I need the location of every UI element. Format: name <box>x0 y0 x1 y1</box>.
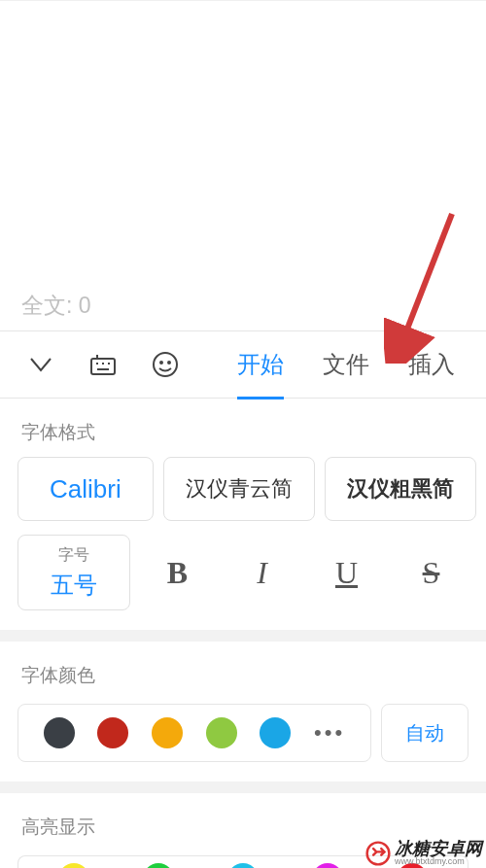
font-option-hanyi-cuhei[interactable]: 汉仪粗黑简 <box>325 457 476 521</box>
document-canvas[interactable]: 全文: 0 <box>0 0 486 330</box>
font-size-label: 字号 <box>58 545 89 566</box>
more-colors-button[interactable]: ••• <box>314 720 345 746</box>
watermark-domain: www.btxtdmy.com <box>395 857 482 866</box>
highlight-swatch-green[interactable] <box>143 863 174 868</box>
auto-color-button[interactable]: 自动 <box>381 704 469 762</box>
section-divider <box>0 630 486 642</box>
color-swatch-dark[interactable] <box>44 717 75 748</box>
font-size-value: 五号 <box>51 570 97 601</box>
font-color-swatches: ••• <box>17 704 371 762</box>
font-color-panel: 字体颜色 ••• 自动 <box>0 642 486 781</box>
highlight-swatch-yellow[interactable] <box>58 863 89 868</box>
svg-point-8 <box>168 362 170 364</box>
tab-file[interactable]: 文件 <box>323 330 369 399</box>
word-count-status: 全文: 0 <box>21 291 91 321</box>
tab-home[interactable]: 开始 <box>237 330 284 399</box>
svg-rect-0 <box>91 359 115 374</box>
font-format-panel: 字体格式 Calibri 汉仪青云简 汉仪粗黑简 ••• 字号 五号 B I U… <box>0 399 486 630</box>
face-icon[interactable] <box>148 347 183 382</box>
section-label-font-color: 字体颜色 <box>0 642 486 700</box>
main-toolbar: 开始 文件 插入 <box>0 330 486 399</box>
font-option-calibri[interactable]: Calibri <box>17 457 154 521</box>
color-swatch-orange[interactable] <box>152 717 183 748</box>
keyboard-icon[interactable] <box>86 347 121 382</box>
section-label-font-format: 字体格式 <box>0 399 486 457</box>
watermark-icon <box>365 841 391 866</box>
svg-point-7 <box>160 362 162 364</box>
watermark: 冰糖安卓网 www.btxtdmy.com <box>365 840 482 866</box>
color-swatch-red[interactable] <box>97 717 128 748</box>
color-swatch-blue[interactable] <box>260 717 291 748</box>
color-swatch-green[interactable] <box>206 717 237 748</box>
collapse-chevron-icon[interactable] <box>23 347 58 382</box>
section-divider-2 <box>0 781 486 793</box>
italic-button[interactable]: I <box>225 535 299 610</box>
watermark-text: 冰糖安卓网 <box>395 840 482 857</box>
svg-point-6 <box>154 353 177 376</box>
strikethrough-button[interactable]: S <box>394 535 469 610</box>
underline-button[interactable]: U <box>309 535 384 610</box>
svg-point-10 <box>367 842 390 864</box>
highlight-swatch-cyan[interactable] <box>227 863 259 868</box>
bold-button[interactable]: B <box>140 535 215 610</box>
font-size-selector[interactable]: 字号 五号 <box>17 535 130 610</box>
font-option-hanyi-qingyun[interactable]: 汉仪青云简 <box>163 457 315 521</box>
tab-insert[interactable]: 插入 <box>408 330 455 399</box>
highlight-swatch-magenta[interactable] <box>312 863 343 868</box>
